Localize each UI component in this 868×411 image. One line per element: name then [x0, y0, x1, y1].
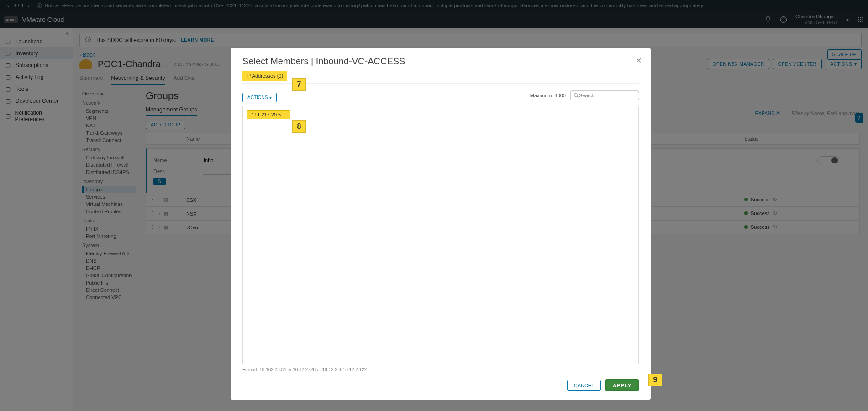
- cancel-button[interactable]: CANCEL: [567, 380, 601, 391]
- chevron-down-icon: ▾: [269, 95, 272, 100]
- svg-line-12: [577, 96, 579, 97]
- modal-title: Select Members | Inbound-VC-ACCESS: [242, 56, 639, 67]
- format-hint: Format: 10.162.28.34 or 10.12.2.0/8 or 1…: [242, 367, 639, 372]
- search-input[interactable]: [579, 93, 642, 98]
- callout-7: 7: [292, 78, 306, 91]
- search-box[interactable]: [570, 90, 639, 100]
- callout-8: 8: [292, 120, 306, 133]
- apply-button[interactable]: APPLY: [605, 379, 639, 391]
- callout-9: 9: [648, 374, 662, 386]
- ip-chip[interactable]: 111.217.20.5: [247, 110, 290, 119]
- members-area[interactable]: 111.217.20.5: [242, 106, 639, 364]
- modal-actions-dropdown[interactable]: ACTIONS ▾: [242, 93, 277, 102]
- close-icon[interactable]: ✕: [636, 56, 642, 65]
- svg-point-11: [574, 93, 578, 96]
- search-icon: [573, 93, 579, 98]
- select-members-modal: Select Members | Inbound-VC-ACCESS ✕ IP …: [231, 48, 651, 400]
- ip-addresses-tab[interactable]: IP Addresses (0): [242, 71, 287, 81]
- maximum-label: Maximum: 4000: [530, 93, 566, 98]
